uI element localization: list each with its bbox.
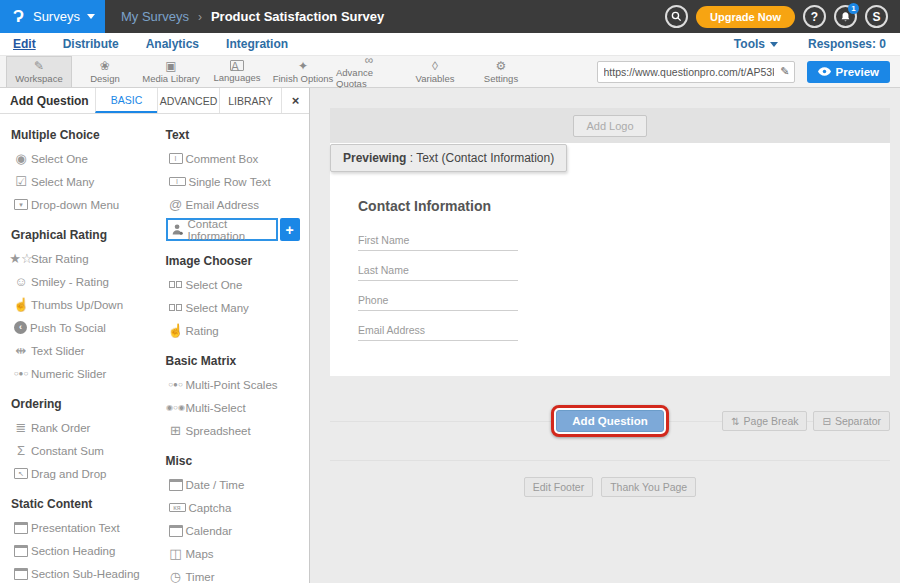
panel-item-comment-box[interactable]: IComment Box — [166, 147, 310, 170]
add-contact-information-button[interactable]: + — [280, 218, 300, 241]
panel-item-image-select-many[interactable]: Select Many — [166, 296, 310, 319]
separator-button[interactable]: ⊟Separator — [813, 411, 890, 431]
notifications-button[interactable]: 1 — [834, 5, 857, 28]
panel-item-section-sub-heading[interactable]: Section Sub-Heading — [11, 562, 155, 583]
section-header: Image Chooser — [166, 254, 310, 268]
upgrade-now-button[interactable]: Upgrade Now — [696, 6, 795, 28]
tab-integration[interactable]: Integration — [226, 37, 288, 51]
panel-item-star-rating[interactable]: ★☆Star Rating — [11, 247, 155, 270]
panel-item-multi-point-scales[interactable]: ○●○Multi-Point Scales — [166, 373, 310, 396]
panel-item-image-rating[interactable]: ☝Rating — [166, 319, 310, 342]
section-header: Graphical Rating — [11, 228, 155, 242]
panel-item-label: Text Slider — [31, 345, 85, 357]
panel-item-label: Contact Information — [188, 218, 272, 242]
panel-item-constant-sum[interactable]: ΣConstant Sum — [11, 439, 155, 462]
drag-and-drop-icon: ↖ — [14, 468, 28, 479]
tools-menu[interactable]: Tools — [734, 37, 778, 51]
product-switcher-label: Surveys — [33, 9, 80, 24]
panel-item-label: Presentation Text — [31, 522, 120, 534]
panel-item-email-address[interactable]: @Email Address — [166, 193, 310, 216]
panel-item-select-one[interactable]: ◉Select One — [11, 147, 155, 170]
contact-information-icon — [168, 223, 188, 236]
survey-canvas: Add Logo Previewing : Text (Contact Info… — [330, 108, 890, 497]
page-break-icon: ⇅ — [731, 416, 739, 427]
preview-button[interactable]: Preview — [807, 61, 890, 83]
add-logo-button[interactable]: Add Logo — [573, 115, 646, 137]
panel-item-text-slider[interactable]: ⇹Text Slider — [11, 339, 155, 362]
panel-header: Add Question BASIC ADVANCED LIBRARY × — [0, 88, 309, 114]
search-icon — [671, 11, 682, 22]
add-question-panel: Add Question BASIC ADVANCED LIBRARY × Mu… — [0, 88, 310, 583]
preview-field-email-address[interactable]: Email Address — [358, 324, 518, 341]
previewing-label: Previewing — [343, 151, 406, 165]
panel-item-smiley-rating[interactable]: ☺Smiley - Rating — [11, 270, 155, 293]
design-palette-icon: ❀ — [100, 60, 110, 72]
tab-basic[interactable]: BASIC — [95, 88, 157, 113]
panel-item-maps[interactable]: ◫Maps — [166, 542, 310, 565]
page-break-button[interactable]: ⇅Page Break — [722, 411, 807, 431]
breadcrumb-my-surveys[interactable]: My Surveys — [121, 9, 189, 24]
panel-item-thumbs-up-down[interactable]: ☝Thumbs Up/Down — [11, 293, 155, 316]
panel-item-drop-down-menu[interactable]: ▾Drop-down Menu — [11, 193, 155, 216]
help-button[interactable]: ? — [803, 5, 826, 28]
tab-advanced[interactable]: ADVANCED — [157, 88, 219, 113]
highlight-ring: Add Question — [551, 405, 668, 437]
toolbar-media-library[interactable]: ▣Media Library — [138, 56, 204, 87]
panel-item-push-to-social[interactable]: ‹Push To Social — [11, 316, 155, 339]
toolbar-settings[interactable]: ⚙Settings — [468, 56, 534, 87]
panel-item-numeric-slider[interactable]: ○●○Numeric Slider — [11, 362, 155, 385]
panel-item-drag-and-drop[interactable]: ↖Drag and Drop — [11, 462, 155, 485]
avatar-button[interactable]: S — [865, 5, 888, 28]
toolbar-finish-options[interactable]: ✦Finish Options — [270, 56, 336, 87]
toolbar-advance-quotas[interactable]: ∞Advance Quotas — [336, 56, 402, 87]
tab-library[interactable]: LIBRARY — [219, 88, 281, 113]
numeric-slider-icon: ○●○ — [11, 370, 31, 378]
panel-item-presentation-text[interactable]: Presentation Text — [11, 516, 155, 539]
panel-item-image-select-one[interactable]: Select One — [166, 273, 310, 296]
panel-item-label: Smiley - Rating — [31, 276, 109, 288]
panel-item-label: Push To Social — [30, 322, 106, 334]
tab-edit[interactable]: Edit — [13, 37, 36, 51]
panel-item-contact-information[interactable]: Contact Information — [166, 218, 278, 241]
toolbar-workspace[interactable]: ✎Workspace — [6, 56, 72, 87]
media-image-icon: ▣ — [165, 60, 176, 72]
select-many-icon: ☑ — [11, 175, 31, 188]
responses-count[interactable]: Responses: 0 — [808, 37, 886, 51]
tab-distribute[interactable]: Distribute — [63, 37, 119, 51]
preview-field-first-name[interactable]: First Name — [358, 234, 518, 251]
breadcrumb-current-survey: Product Satisfaction Survey — [211, 9, 384, 24]
panel-item-calendar[interactable]: Calendar — [166, 519, 310, 542]
panel-item-multi-select[interactable]: ◉○◉Multi-Select — [166, 396, 310, 419]
panel-item-label: Thumbs Up/Down — [31, 299, 123, 311]
panel-item-spreadsheet[interactable]: ⊞Spreadsheet — [166, 419, 310, 442]
panel-item-select-many[interactable]: ☑Select Many — [11, 170, 155, 193]
product-switcher[interactable]: Ɂ Surveys — [0, 0, 105, 33]
panel-item-label: Select One — [31, 153, 88, 165]
panel-item-contact-information-row: Contact Information+ — [166, 217, 310, 242]
toolbar-design[interactable]: ❀Design — [72, 56, 138, 87]
panel-item-label: Maps — [186, 548, 214, 560]
panel-item-timer[interactable]: ◷Timer — [166, 565, 310, 583]
preview-field-phone[interactable]: Phone — [358, 294, 518, 311]
spreadsheet-icon: ⊞ — [166, 424, 186, 437]
panel-item-date-time[interactable]: Date / Time — [166, 473, 310, 496]
panel-item-captcha[interactable]: κяCaptcha — [166, 496, 310, 519]
add-question-button[interactable]: Add Question — [556, 410, 663, 432]
panel-item-rank-order[interactable]: ≣Rank Order — [11, 416, 155, 439]
preview-field-last-name[interactable]: Last Name — [358, 264, 518, 281]
panel-item-section-heading[interactable]: Section Heading — [11, 539, 155, 562]
close-icon[interactable]: × — [281, 88, 309, 113]
search-button[interactable] — [665, 5, 688, 28]
thank-you-page-button[interactable]: Thank You Page — [601, 477, 696, 497]
toolbar-languages[interactable]: ALanguages — [204, 56, 270, 87]
survey-url-input[interactable] — [597, 61, 795, 83]
panel-item-label: Select Many — [31, 176, 94, 188]
section-header: Basic Matrix — [166, 354, 310, 368]
multi-point-scales-icon: ○●○ — [166, 381, 186, 389]
workspace-icon: ✎ — [34, 60, 44, 72]
toolbar-variables[interactable]: ◊Variables — [402, 56, 468, 87]
edit-footer-button[interactable]: Edit Footer — [524, 477, 593, 497]
panel-item-label: Single Row Text — [189, 176, 271, 188]
tab-analytics[interactable]: Analytics — [146, 37, 199, 51]
panel-item-single-row-text[interactable]: ISingle Row Text — [166, 170, 310, 193]
